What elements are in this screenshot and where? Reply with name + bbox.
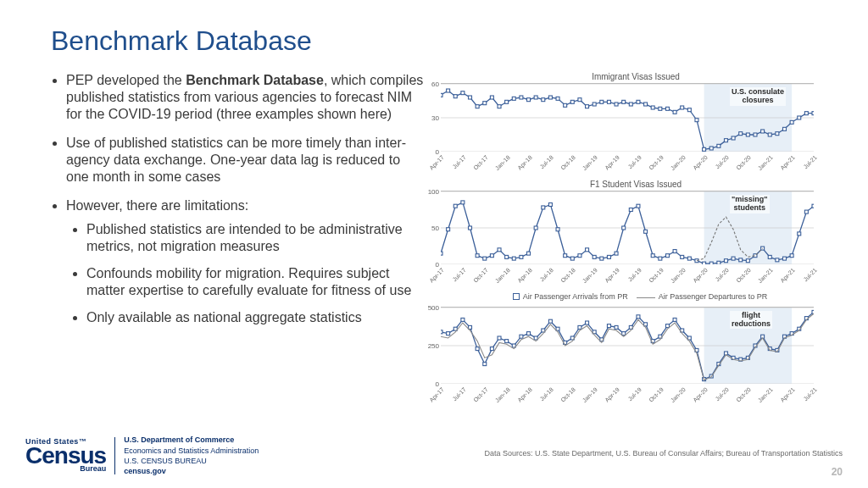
svg-rect-91 (665, 254, 669, 258)
x-tick: Oct-20 (735, 386, 752, 403)
svg-rect-65 (476, 254, 479, 258)
bullet-1: PEP developed the Benchmark Database, wh… (66, 72, 424, 123)
svg-rect-50 (776, 132, 779, 136)
sub-bullet-3: Only available as national aggregate sta… (86, 309, 424, 326)
x-tick: Jul-20 (715, 154, 730, 169)
svg-rect-45 (739, 132, 743, 136)
svg-rect-35 (665, 107, 669, 110)
svg-rect-80 (586, 248, 589, 252)
svg-rect-39 (695, 119, 698, 122)
svg-rect-5 (447, 89, 450, 92)
page-title: Benchmark Database (51, 25, 843, 57)
legend-item: Air Passenger Arrivals from PR (523, 292, 628, 301)
svg-rect-26 (600, 100, 604, 103)
svg-rect-135 (578, 325, 581, 329)
svg-rect-86 (629, 208, 632, 212)
callout: flightreductions (730, 311, 772, 330)
svg-rect-94 (687, 257, 691, 260)
svg-rect-167 (812, 310, 814, 313)
svg-rect-14 (512, 97, 515, 100)
x-tick: Jul-19 (626, 154, 642, 169)
svg-rect-48 (761, 130, 765, 133)
svg-rect-19 (548, 96, 552, 99)
x-tick: Jan-19 (581, 267, 598, 284)
svg-rect-51 (782, 127, 786, 130)
x-tick: Apr-18 (516, 386, 533, 403)
x-tick: Jan-20 (670, 154, 687, 171)
svg-rect-93 (681, 255, 684, 258)
svg-rect-42 (717, 144, 721, 147)
svg-rect-128 (527, 331, 531, 335)
y-tick: 500 (422, 303, 439, 311)
svg-rect-74 (542, 206, 545, 209)
x-tick: Apr-18 (516, 154, 533, 171)
logo-separator (114, 437, 115, 474)
svg-rect-70 (512, 257, 515, 260)
svg-rect-23 (578, 98, 581, 102)
svg-rect-62 (453, 204, 457, 208)
x-tick: Apr-17 (428, 386, 445, 403)
svg-rect-55 (812, 112, 814, 115)
x-tick: Oct-19 (648, 154, 665, 171)
svg-rect-44 (732, 136, 735, 140)
x-tick: Apr-20 (692, 154, 709, 171)
x-tick: Jul-18 (539, 267, 554, 282)
svg-rect-88 (644, 230, 648, 233)
x-tick: Jan-18 (494, 267, 511, 284)
svg-rect-106 (776, 258, 779, 262)
svg-rect-25 (593, 103, 596, 106)
svg-rect-7 (461, 92, 465, 95)
svg-rect-47 (754, 133, 757, 136)
x-tick: Oct-20 (735, 154, 752, 171)
x-tick: Jul-17 (451, 267, 466, 282)
svg-rect-127 (520, 335, 523, 338)
svg-rect-31 (637, 100, 640, 103)
chart-0: Immigrant Visas Issued03060U.S. consulat… (441, 72, 831, 173)
svg-rect-119 (461, 318, 465, 321)
logo-dept-text: U.S. Department of Commerce Economics an… (124, 435, 259, 476)
svg-rect-110 (804, 210, 808, 214)
plot-area: 03060U.S. consulateclosures (441, 83, 814, 151)
svg-rect-89 (651, 254, 654, 258)
x-tick: Jan-20 (670, 267, 687, 284)
svg-rect-28 (615, 103, 618, 106)
svg-rect-121 (476, 347, 479, 350)
svg-rect-21 (564, 103, 567, 107)
callout: U.S. consulateclosures (730, 87, 786, 106)
svg-rect-24 (586, 105, 589, 108)
x-tick: Jul-17 (451, 386, 466, 402)
svg-rect-8 (469, 96, 472, 99)
census-logo: United States™ Census Bureau U.S. Depart… (25, 435, 259, 476)
svg-rect-29 (622, 100, 626, 103)
svg-rect-78 (570, 257, 574, 260)
x-tick: Oct-17 (472, 267, 489, 284)
svg-rect-143 (637, 314, 640, 318)
svg-rect-67 (490, 254, 493, 258)
svg-rect-4 (441, 93, 442, 97)
svg-rect-131 (548, 319, 552, 323)
svg-rect-30 (629, 103, 632, 106)
x-tick: Oct-18 (559, 154, 576, 171)
x-tick: Jul-18 (539, 386, 554, 402)
svg-rect-9 (476, 105, 479, 108)
x-tick: Jan-21 (757, 267, 774, 284)
svg-rect-125 (505, 339, 509, 342)
y-tick: 60 (422, 80, 439, 88)
svg-rect-76 (556, 228, 559, 231)
svg-rect-124 (498, 336, 501, 340)
svg-rect-148 (673, 318, 676, 321)
svg-rect-92 (673, 250, 676, 253)
svg-rect-117 (447, 331, 450, 335)
svg-rect-54 (804, 112, 808, 115)
svg-rect-101 (739, 258, 743, 262)
footer-logo-block: United States™ Census Bureau U.S. Depart… (25, 435, 259, 476)
svg-rect-140 (615, 325, 618, 329)
svg-rect-38 (687, 108, 691, 112)
y-tick: 50 (422, 225, 439, 232)
svg-rect-107 (782, 257, 786, 260)
svg-rect-53 (798, 116, 801, 119)
x-tick: Apr-21 (779, 154, 796, 171)
x-tick: Apr-18 (516, 267, 533, 284)
svg-rect-46 (746, 133, 749, 136)
svg-rect-102 (746, 259, 749, 263)
